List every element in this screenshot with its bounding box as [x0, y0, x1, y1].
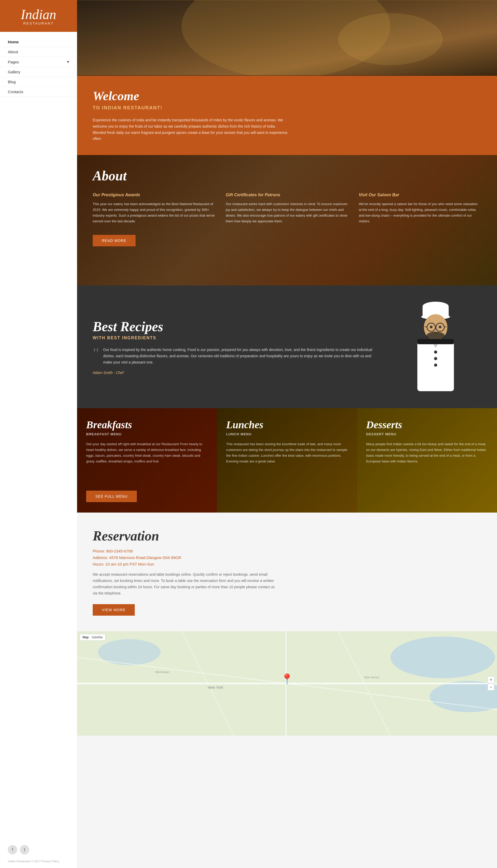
- svg-point-20: [434, 364, 437, 367]
- main-content: Welcome TO INDIAN RESTAURANT! Experience…: [77, 0, 497, 736]
- reservation-heading: Reservation: [93, 528, 481, 544]
- reservation-hours: Hours: 10 am-10 pm PST Mon-Sun: [93, 562, 481, 566]
- about-heading: About: [93, 168, 481, 183]
- about-col-gifts: Gift Certificates for Patrons Our restau…: [226, 193, 348, 224]
- recipes-quote-text: Our food is inspired by the authentic ho…: [103, 347, 380, 365]
- recipes-right: [390, 301, 481, 393]
- sidebar-navigation: Home About Pages ▾ Gallery Blog Contacts: [0, 32, 77, 736]
- chef-name: Adam Smith - Chef: [93, 371, 380, 375]
- desserts-body: Many people find Indian sweets a bit too…: [366, 441, 488, 464]
- read-more-button[interactable]: Read more: [93, 235, 136, 246]
- svg-point-18: [434, 351, 437, 354]
- menu-item-lunches: Lunches Lunch menu This restaurant has b…: [217, 408, 357, 513]
- breakfasts-heading: Breakfasts: [86, 418, 208, 431]
- menu-section: Breakfasts Breakfast menu Get your day s…: [77, 408, 497, 513]
- about-columns: Our Prestigious Awards This year our eat…: [93, 193, 481, 224]
- svg-rect-4: [77, 75, 497, 76]
- about-col-saloon-body: We've recently opened a saloon bar for t…: [359, 201, 481, 224]
- desserts-subtitle: Dessert menu: [366, 432, 488, 436]
- svg-point-2: [338, 13, 443, 65]
- svg-point-16: [426, 332, 445, 340]
- sidebar-item-contacts[interactable]: Contacts: [0, 87, 77, 97]
- welcome-section: Welcome TO INDIAN RESTAURANT! Experience…: [77, 76, 497, 155]
- chef-illustration: [396, 301, 475, 393]
- zoom-in-button[interactable]: +: [487, 676, 494, 683]
- quote-mark-icon: ": [93, 345, 99, 361]
- sidebar-item-home[interactable]: Home: [0, 37, 77, 47]
- welcome-subheading: TO INDIAN RESTAURANT!: [93, 105, 481, 111]
- breakfasts-subtitle: Breakfast menu: [86, 432, 208, 436]
- reservation-contact: Phone: 800-2345-6789 Address: 4578 Marmo…: [93, 549, 481, 566]
- recipes-heading: Best Recipes: [93, 319, 380, 334]
- welcome-body: Experience the cuisines of India and be …: [93, 117, 288, 142]
- map-controls[interactable]: Map Satellite: [80, 634, 105, 641]
- about-col-gifts-title: Gift Certificates for Patrons: [226, 193, 348, 197]
- svg-text:Morristown: Morristown: [155, 671, 170, 674]
- about-col-awards-body: This year our eatery has been acknowledg…: [93, 201, 215, 224]
- lunches-heading: Lunches: [226, 418, 348, 431]
- about-col-saloon: Visit Our Saloon Bar We've recently open…: [359, 193, 481, 224]
- reservation-section: Reservation Phone: 800-2345-6789 Address…: [77, 513, 497, 631]
- sidebar-item-about[interactable]: About: [0, 47, 77, 57]
- hero-banner: [77, 0, 497, 76]
- about-col-gifts-body: Our restaurant works hard with customers…: [226, 201, 348, 224]
- lunches-subtitle: Lunch menu: [226, 432, 348, 436]
- view-more-button[interactable]: View more: [93, 604, 135, 616]
- svg-text:New Jersey: New Jersey: [364, 676, 380, 679]
- see-full-menu-button[interactable]: See full menu: [86, 491, 137, 502]
- recipes-left: Best Recipes WITH BEST INGREDIENTS " Our…: [93, 319, 380, 375]
- satellite-label[interactable]: Satellite: [92, 635, 103, 639]
- menu-item-breakfasts: Breakfasts Breakfast menu Get your day s…: [77, 408, 217, 513]
- desserts-heading: Desserts: [366, 418, 488, 431]
- zoom-out-button[interactable]: −: [487, 684, 494, 691]
- map-section: New York Morristown New Jersey 📍 Map Sat…: [77, 631, 497, 736]
- svg-rect-21: [417, 339, 454, 344]
- svg-rect-3: [77, 0, 497, 1]
- reservation-phone: Phone: 800-2345-6789: [93, 549, 481, 553]
- about-section: About Our Prestigious Awards This year o…: [77, 155, 497, 285]
- recipes-subheading: WITH BEST INGREDIENTS: [93, 336, 380, 340]
- about-col-saloon-title: Visit Our Saloon Bar: [359, 193, 481, 197]
- menu-item-desserts: Desserts Dessert menu Many people find I…: [357, 408, 497, 513]
- lunches-body: This restaurant has been wooing the lunc…: [226, 441, 348, 464]
- map-pin: 📍: [281, 673, 294, 685]
- breakfasts-body: Get your day started off right with brea…: [86, 441, 208, 464]
- reservation-address: Address: 4578 Marmora Road,Glasgow D04 8…: [93, 555, 481, 560]
- recipes-section: Best Recipes WITH BEST INGREDIENTS " Our…: [77, 285, 497, 408]
- svg-point-19: [434, 357, 437, 360]
- svg-point-7: [423, 302, 449, 311]
- logo-indian-text: Indian: [5, 8, 72, 21]
- reservation-body: We accept restaurant reservations and ta…: [93, 572, 275, 596]
- about-col-awards: Our Prestigious Awards This year our eat…: [93, 193, 215, 224]
- svg-point-14: [430, 326, 432, 328]
- about-col-awards-title: Our Prestigious Awards: [93, 193, 215, 197]
- welcome-heading: Welcome: [93, 89, 481, 103]
- hero-banner-inner: [77, 0, 497, 76]
- map-zoom-controls: + −: [487, 676, 494, 691]
- logo-restaurant-text: RESTAURANT: [5, 21, 72, 25]
- svg-text:New York: New York: [208, 685, 223, 690]
- hero-banner-svg: [77, 0, 497, 76]
- sidebar-item-blog[interactable]: Blog: [0, 77, 77, 87]
- svg-point-15: [439, 326, 441, 328]
- pages-arrow-icon: ▾: [67, 59, 69, 64]
- map-label[interactable]: Map: [83, 635, 88, 639]
- recipes-quote: " Our food is inspired by the authentic …: [93, 347, 380, 365]
- sidebar-item-gallery[interactable]: Gallery: [0, 67, 77, 77]
- sidebar: Indian RESTAURANT Home About Pages ▾ Gal…: [0, 0, 77, 736]
- sidebar-item-pages[interactable]: Pages ▾: [0, 57, 77, 67]
- see-full-menu-btn-wrapper: See full menu: [86, 491, 137, 502]
- sidebar-logo: Indian RESTAURANT: [0, 0, 77, 32]
- svg-point-23: [390, 636, 495, 678]
